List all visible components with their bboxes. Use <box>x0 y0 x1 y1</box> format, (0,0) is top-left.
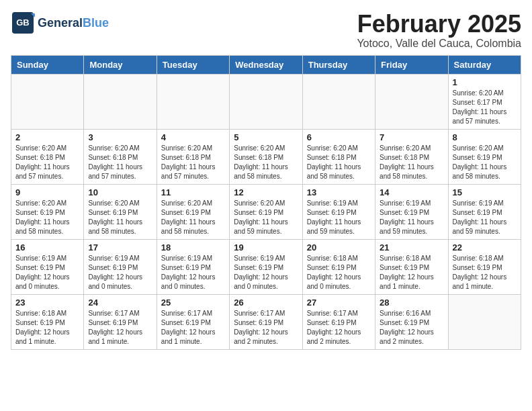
day-number: 9 <box>15 187 79 197</box>
calendar-cell: 15Sunrise: 6:19 AM Sunset: 6:19 PM Dayli… <box>448 184 521 239</box>
day-number: 23 <box>15 298 79 308</box>
day-number: 18 <box>161 242 225 253</box>
calendar-cell: 26Sunrise: 6:17 AM Sunset: 6:19 PM Dayli… <box>230 294 302 349</box>
calendar-cell <box>448 294 521 349</box>
day-number: 7 <box>380 132 443 142</box>
day-number: 22 <box>453 242 517 253</box>
calendar-cell <box>230 74 302 129</box>
calendar-cell: 23Sunrise: 6:18 AM Sunset: 6:19 PM Dayli… <box>11 294 84 349</box>
day-info: Sunrise: 6:18 AM Sunset: 6:19 PM Dayligh… <box>15 309 79 347</box>
page-subtitle: Yotoco, Valle del Cauca, Colombia <box>357 38 521 50</box>
week-row-3: 16Sunrise: 6:19 AM Sunset: 6:19 PM Dayli… <box>11 239 521 294</box>
calendar-cell: 17Sunrise: 6:19 AM Sunset: 6:19 PM Dayli… <box>84 239 157 294</box>
calendar-cell <box>157 74 229 129</box>
calendar-cell: 10Sunrise: 6:20 AM Sunset: 6:19 PM Dayli… <box>84 184 157 239</box>
calendar-cell: 9Sunrise: 6:20 AM Sunset: 6:19 PM Daylig… <box>11 184 84 239</box>
calendar-cell: 27Sunrise: 6:17 AM Sunset: 6:19 PM Dayli… <box>302 294 375 349</box>
day-info: Sunrise: 6:19 AM Sunset: 6:19 PM Dayligh… <box>234 254 298 291</box>
day-number: 15 <box>453 187 517 197</box>
day-number: 11 <box>161 187 225 197</box>
day-number: 10 <box>88 187 152 197</box>
calendar-table: SundayMondayTuesdayWednesdayThursdayFrid… <box>11 55 521 350</box>
day-number: 17 <box>88 242 152 253</box>
day-number: 2 <box>15 132 79 142</box>
day-number: 27 <box>307 298 371 308</box>
day-info: Sunrise: 6:17 AM Sunset: 6:19 PM Dayligh… <box>307 309 371 347</box>
week-row-4: 23Sunrise: 6:18 AM Sunset: 6:19 PM Dayli… <box>11 294 521 349</box>
day-number: 25 <box>161 298 225 308</box>
svg-text:GB: GB <box>16 17 30 28</box>
day-number: 13 <box>307 187 371 197</box>
calendar-cell: 1Sunrise: 6:20 AM Sunset: 6:17 PM Daylig… <box>448 74 521 129</box>
header-day-wednesday: Wednesday <box>230 55 302 74</box>
header-day-sunday: Sunday <box>11 55 84 74</box>
day-info: Sunrise: 6:17 AM Sunset: 6:19 PM Dayligh… <box>161 309 225 347</box>
calendar-cell: 28Sunrise: 6:16 AM Sunset: 6:19 PM Dayli… <box>375 294 448 349</box>
calendar-cell: 19Sunrise: 6:19 AM Sunset: 6:19 PM Dayli… <box>230 239 302 294</box>
day-info: Sunrise: 6:20 AM Sunset: 6:18 PM Dayligh… <box>15 144 79 181</box>
day-number: 21 <box>380 242 443 253</box>
calendar-cell: 3Sunrise: 6:20 AM Sunset: 6:18 PM Daylig… <box>84 129 157 184</box>
day-info: Sunrise: 6:20 AM Sunset: 6:19 PM Dayligh… <box>161 199 225 236</box>
logo-icon: GB <box>11 11 35 35</box>
day-info: Sunrise: 6:20 AM Sunset: 6:19 PM Dayligh… <box>453 144 517 181</box>
calendar-cell <box>375 74 448 129</box>
day-number: 12 <box>234 187 298 197</box>
day-info: Sunrise: 6:19 AM Sunset: 6:19 PM Dayligh… <box>307 199 371 236</box>
day-info: Sunrise: 6:19 AM Sunset: 6:19 PM Dayligh… <box>161 254 225 291</box>
header-day-monday: Monday <box>84 55 157 74</box>
day-info: Sunrise: 6:19 AM Sunset: 6:19 PM Dayligh… <box>453 199 517 236</box>
calendar-cell <box>84 74 157 129</box>
calendar-cell: 21Sunrise: 6:18 AM Sunset: 6:19 PM Dayli… <box>375 239 448 294</box>
day-info: Sunrise: 6:20 AM Sunset: 6:17 PM Dayligh… <box>453 89 517 126</box>
day-info: Sunrise: 6:20 AM Sunset: 6:19 PM Dayligh… <box>234 199 298 236</box>
calendar-cell <box>302 74 375 129</box>
calendar-cell: 16Sunrise: 6:19 AM Sunset: 6:19 PM Dayli… <box>11 239 84 294</box>
calendar-body: 1Sunrise: 6:20 AM Sunset: 6:17 PM Daylig… <box>11 74 521 349</box>
calendar-cell: 20Sunrise: 6:18 AM Sunset: 6:19 PM Dayli… <box>302 239 375 294</box>
calendar-cell: 18Sunrise: 6:19 AM Sunset: 6:19 PM Dayli… <box>157 239 229 294</box>
header-day-tuesday: Tuesday <box>157 55 229 74</box>
day-info: Sunrise: 6:17 AM Sunset: 6:19 PM Dayligh… <box>234 309 298 347</box>
logo: GB GeneralBlue <box>11 11 109 35</box>
calendar-cell: 7Sunrise: 6:20 AM Sunset: 6:18 PM Daylig… <box>375 129 448 184</box>
day-info: Sunrise: 6:20 AM Sunset: 6:18 PM Dayligh… <box>161 144 225 181</box>
day-number: 26 <box>234 298 298 308</box>
week-row-0: 1Sunrise: 6:20 AM Sunset: 6:17 PM Daylig… <box>11 74 521 129</box>
day-info: Sunrise: 6:20 AM Sunset: 6:19 PM Dayligh… <box>15 199 79 236</box>
day-number: 3 <box>88 132 152 142</box>
week-row-2: 9Sunrise: 6:20 AM Sunset: 6:19 PM Daylig… <box>11 184 521 239</box>
calendar-cell <box>11 74 84 129</box>
day-info: Sunrise: 6:19 AM Sunset: 6:19 PM Dayligh… <box>15 254 79 291</box>
calendar-cell: 2Sunrise: 6:20 AM Sunset: 6:18 PM Daylig… <box>11 129 84 184</box>
calendar-cell: 6Sunrise: 6:20 AM Sunset: 6:18 PM Daylig… <box>302 129 375 184</box>
day-info: Sunrise: 6:20 AM Sunset: 6:18 PM Dayligh… <box>380 144 443 181</box>
header: GB GeneralBlue February 2025 Yotoco, Val… <box>11 11 521 50</box>
day-info: Sunrise: 6:18 AM Sunset: 6:19 PM Dayligh… <box>307 254 371 291</box>
day-number: 28 <box>380 298 443 308</box>
day-number: 5 <box>234 132 298 142</box>
header-day-friday: Friday <box>375 55 448 74</box>
title-area: February 2025 Yotoco, Valle del Cauca, C… <box>357 11 521 50</box>
day-info: Sunrise: 6:19 AM Sunset: 6:19 PM Dayligh… <box>88 254 152 291</box>
day-info: Sunrise: 6:20 AM Sunset: 6:18 PM Dayligh… <box>88 144 152 181</box>
week-row-1: 2Sunrise: 6:20 AM Sunset: 6:18 PM Daylig… <box>11 129 521 184</box>
calendar-cell: 12Sunrise: 6:20 AM Sunset: 6:19 PM Dayli… <box>230 184 302 239</box>
day-number: 24 <box>88 298 152 308</box>
calendar-cell: 22Sunrise: 6:18 AM Sunset: 6:19 PM Dayli… <box>448 239 521 294</box>
calendar-cell: 24Sunrise: 6:17 AM Sunset: 6:19 PM Dayli… <box>84 294 157 349</box>
calendar-cell: 25Sunrise: 6:17 AM Sunset: 6:19 PM Dayli… <box>157 294 229 349</box>
day-number: 16 <box>15 242 79 253</box>
day-number: 19 <box>234 242 298 253</box>
calendar-cell: 14Sunrise: 6:19 AM Sunset: 6:19 PM Dayli… <box>375 184 448 239</box>
day-info: Sunrise: 6:16 AM Sunset: 6:19 PM Dayligh… <box>380 309 443 347</box>
day-number: 6 <box>307 132 371 142</box>
calendar-cell: 13Sunrise: 6:19 AM Sunset: 6:19 PM Dayli… <box>302 184 375 239</box>
calendar-header: SundayMondayTuesdayWednesdayThursdayFrid… <box>11 55 521 74</box>
day-number: 4 <box>161 132 225 142</box>
day-number: 20 <box>307 242 371 253</box>
calendar-cell: 4Sunrise: 6:20 AM Sunset: 6:18 PM Daylig… <box>157 129 229 184</box>
header-day-thursday: Thursday <box>302 55 375 74</box>
header-row: SundayMondayTuesdayWednesdayThursdayFrid… <box>11 55 521 74</box>
calendar-cell: 8Sunrise: 6:20 AM Sunset: 6:19 PM Daylig… <box>448 129 521 184</box>
